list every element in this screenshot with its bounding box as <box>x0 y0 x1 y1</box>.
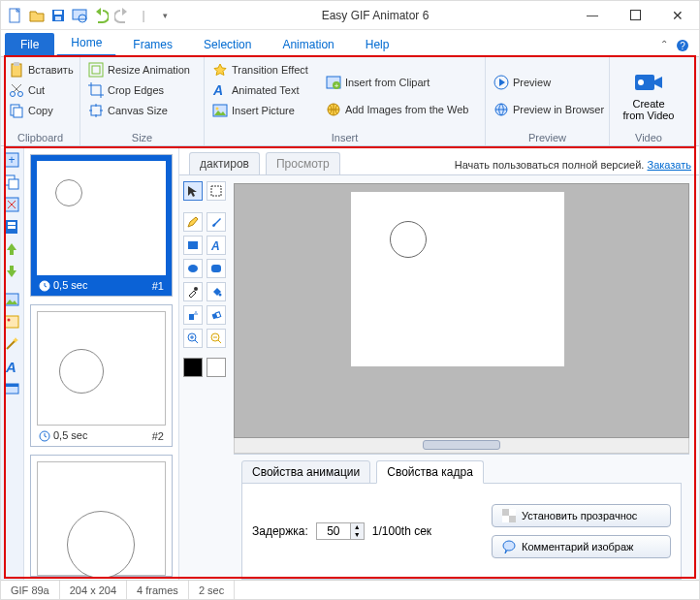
svg-rect-51 <box>211 265 221 272</box>
cut-button[interactable]: Cut <box>7 81 76 99</box>
svg-point-50 <box>188 265 198 272</box>
scissors-icon <box>9 82 24 98</box>
eyedropper-tool[interactable] <box>183 282 203 301</box>
copy-button[interactable]: Copy <box>7 102 76 119</box>
crop-button[interactable]: Crop Edges <box>86 81 192 99</box>
eraser-tool[interactable] <box>207 305 226 325</box>
svg-point-56 <box>196 313 198 315</box>
text-tool-icon[interactable]: A <box>4 359 21 376</box>
tab-animation[interactable]: Animation <box>268 32 348 56</box>
canvas-viewport[interactable] <box>234 183 689 438</box>
horizontal-scrollbar[interactable] <box>234 438 689 454</box>
insert-from-clipart-button[interactable]: +Insert from Clipart <box>324 74 471 91</box>
picture-edit-icon[interactable] <box>4 314 21 332</box>
spray-tool[interactable] <box>183 305 203 325</box>
rounded-rect-tool[interactable] <box>207 259 226 278</box>
delay-unit: 1/100th сек <box>372 524 431 538</box>
film-icon[interactable] <box>4 219 21 237</box>
minimize-button[interactable]: — <box>571 1 614 30</box>
spin-up-icon[interactable]: ▲ <box>351 523 364 531</box>
preview-button[interactable]: Preview <box>492 74 606 91</box>
delete-frame-icon[interactable] <box>4 197 21 214</box>
canvas-size-button[interactable]: Canvas Size <box>86 102 192 119</box>
add-images-web-button[interactable]: Add Images from the Web <box>324 101 471 118</box>
close-button[interactable]: ✕ <box>656 1 699 30</box>
frame-item[interactable]: 0,5 sec #1 <box>30 154 173 297</box>
svg-point-11 <box>11 92 16 97</box>
status-bar: GIF 89a 204 x 204 4 frames 2 sec <box>1 580 699 599</box>
qat-undo-icon[interactable] <box>92 7 110 24</box>
qat-new-icon[interactable] <box>7 7 24 24</box>
fill-tool[interactable] <box>207 282 226 301</box>
resize-label: Resize Animation <box>108 64 190 76</box>
maximize-button[interactable] <box>614 1 656 30</box>
scroll-thumb[interactable] <box>423 440 500 450</box>
frames-panel[interactable]: 0,5 sec #1 0,5 sec #2 <box>24 148 179 580</box>
duplicate-frame-icon[interactable] <box>4 174 21 192</box>
wand-icon[interactable] <box>4 336 21 354</box>
qat-save-icon[interactable] <box>49 7 67 24</box>
frame-item[interactable]: 0,5 sec #2 <box>30 304 173 447</box>
file-tab[interactable]: File <box>5 33 54 56</box>
qat-open-icon[interactable] <box>28 7 46 24</box>
help-icon[interactable]: ? <box>676 39 689 52</box>
create-video-button[interactable]: Createfrom Video <box>616 61 682 130</box>
tab-anim-props[interactable]: Свойства анимации <box>241 460 370 484</box>
svg-text:?: ? <box>680 41 685 51</box>
svg-point-55 <box>195 311 197 313</box>
paste-button[interactable]: Вставить <box>7 61 76 79</box>
marquee-tool[interactable] <box>207 181 226 201</box>
move-down-icon[interactable] <box>4 264 21 281</box>
svg-point-12 <box>18 92 23 97</box>
insert-image-icon[interactable] <box>4 292 21 309</box>
brush-tool[interactable] <box>207 212 226 232</box>
collapse-ribbon-icon[interactable]: ⌃ <box>660 39 668 52</box>
svg-point-28 <box>638 79 644 85</box>
svg-rect-37 <box>10 249 14 255</box>
tab-home[interactable]: Home <box>56 30 116 56</box>
tab-selection[interactable]: Selection <box>189 32 266 56</box>
rect-tool[interactable] <box>183 236 203 255</box>
clipart-icon: + <box>326 75 341 90</box>
tab-frames[interactable]: Frames <box>118 32 187 56</box>
move-up-icon[interactable] <box>4 241 21 259</box>
delay-spinner[interactable]: ▲▼ <box>316 522 365 540</box>
resize-button[interactable]: Resize Animation <box>86 61 192 79</box>
foreground-color[interactable] <box>183 358 203 377</box>
status-duration: 2 sec <box>189 581 235 599</box>
play-icon <box>493 75 509 90</box>
quick-access-toolbar: | ▾ <box>1 7 179 24</box>
add-frame-icon[interactable]: + <box>4 152 21 170</box>
transition-effect-button[interactable]: Transition Effect <box>210 61 310 79</box>
qat-more-icon[interactable]: ▾ <box>156 7 174 24</box>
spin-down-icon[interactable]: ▼ <box>351 531 364 539</box>
comment-button[interactable]: Комментарий изображ <box>492 535 671 558</box>
frame-item[interactable] <box>30 455 173 577</box>
canvas[interactable] <box>351 192 564 366</box>
tab-help[interactable]: Help <box>351 32 404 56</box>
pencil-tool[interactable] <box>183 212 203 232</box>
ribbon-tab-bar: File Home Frames Selection Animation Hel… <box>1 30 699 57</box>
editor-tab-preview[interactable]: Просмотр <box>266 152 340 174</box>
qat-preview-icon[interactable] <box>71 7 88 24</box>
qat-redo-icon[interactable] <box>113 7 131 24</box>
ellipse-tool[interactable] <box>183 259 203 278</box>
pointer-tool[interactable] <box>183 181 203 201</box>
set-transparent-button[interactable]: Установить прозрачнос <box>492 504 671 527</box>
status-dims: 204 x 204 <box>60 581 127 599</box>
preview-browser-button[interactable]: Preview in Browser <box>492 101 606 118</box>
ipic-label: Insert Picture <box>232 105 295 116</box>
svg-rect-10 <box>14 62 19 66</box>
delay-input[interactable] <box>317 523 350 539</box>
tab-frame-props[interactable]: Свойства кадра <box>376 460 484 484</box>
svg-point-65 <box>503 541 515 551</box>
background-color[interactable] <box>207 358 226 377</box>
editor-tab-edit[interactable]: дактиров <box>189 152 260 174</box>
order-link[interactable]: Заказать <box>648 159 692 171</box>
text-tool[interactable]: A <box>207 236 226 255</box>
insert-picture-button[interactable]: Insert Picture <box>210 102 310 119</box>
zoom-out-tool[interactable] <box>207 329 226 348</box>
frame-props-icon[interactable] <box>4 381 21 398</box>
zoom-in-tool[interactable] <box>183 329 203 348</box>
animated-text-button[interactable]: AAnimated Text <box>210 81 310 99</box>
